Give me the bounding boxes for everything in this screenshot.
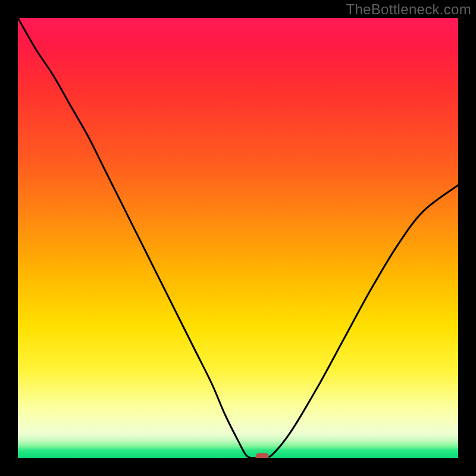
chart-frame: TheBottleneck.com	[0, 0, 476, 476]
min-marker	[256, 453, 269, 459]
plot-area	[18, 18, 458, 458]
chart-svg	[18, 18, 458, 458]
watermark-text: TheBottleneck.com	[346, 1, 471, 18]
bottleneck-curve	[18, 18, 458, 458]
